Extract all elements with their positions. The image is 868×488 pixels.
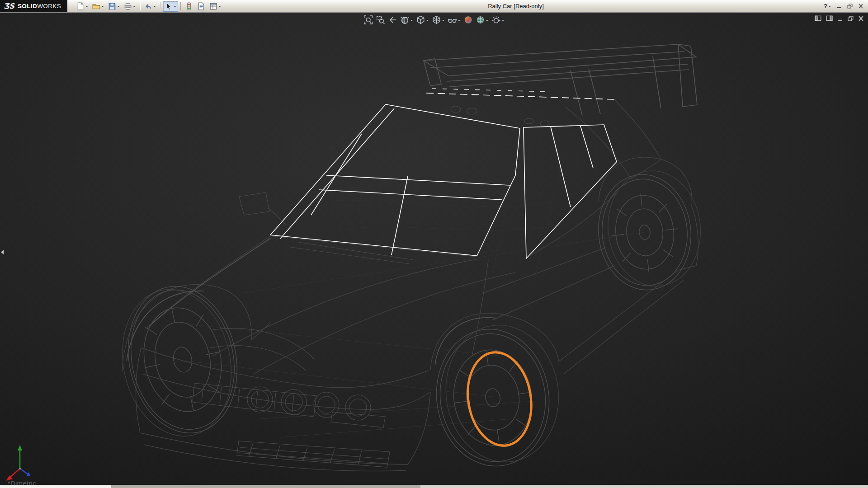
new-document-icon (76, 2, 85, 10)
minimize-button[interactable] (836, 2, 842, 10)
chevron-down-icon[interactable] (133, 6, 136, 9)
sheet-options-icon (209, 2, 217, 10)
hide-show-glasses-icon (448, 15, 457, 24)
chevron-down-icon[interactable] (442, 20, 445, 23)
help-button[interactable]: ? (824, 3, 831, 9)
open-button[interactable] (90, 1, 106, 12)
sheet-options-button[interactable] (208, 1, 223, 12)
document-restore-icon (848, 16, 854, 21)
document-minimize-button[interactable] (837, 16, 843, 21)
brand-name: SOLIDWORKS (18, 3, 61, 9)
display-style-icon (432, 15, 441, 24)
view-settings-button[interactable] (491, 14, 505, 25)
view-orientation-cube-icon (416, 15, 425, 24)
select-cursor-icon (165, 2, 173, 10)
minimize-icon (836, 4, 842, 9)
edit-appearance-ball-icon (464, 15, 473, 24)
chevron-down-icon[interactable] (85, 6, 88, 9)
restore-button[interactable] (847, 2, 853, 10)
graphics-area[interactable]: *Dimetric (0, 13, 868, 485)
close-icon (858, 4, 863, 9)
rebuild-traffic-light-icon (185, 2, 193, 10)
main-toolbar (75, 1, 223, 12)
brand-name-works: WORKS (37, 3, 61, 9)
zoom-to-fit-button[interactable] (363, 14, 374, 25)
pane-right-button[interactable] (826, 15, 833, 21)
view-orientation-button[interactable] (415, 14, 430, 25)
chevron-down-icon[interactable] (828, 6, 831, 9)
viewport-background[interactable] (0, 13, 868, 485)
section-view-icon (401, 15, 410, 24)
edit-appearance-button[interactable] (463, 14, 474, 25)
heads-up-view-toolbar (363, 14, 505, 25)
toolbar-separator (180, 2, 181, 10)
chevron-left-icon (0, 249, 5, 255)
brand-name-solid: SOLID (18, 3, 37, 9)
chevron-down-icon[interactable] (174, 6, 176, 9)
file-properties-button[interactable] (195, 1, 207, 12)
window-controls: ? (824, 2, 868, 10)
document-minimize-icon (837, 16, 843, 21)
featuremanager-flyout-arrow[interactable] (0, 245, 5, 259)
previous-view-button[interactable] (387, 14, 398, 25)
status-bar-left-segment (0, 485, 111, 488)
select-button[interactable] (163, 1, 178, 12)
chevron-down-icon[interactable] (117, 6, 120, 9)
view-settings-icon (492, 15, 501, 24)
previous-view-icon (388, 15, 397, 24)
document-window-controls (815, 15, 864, 21)
print-button[interactable] (122, 1, 137, 12)
window-title: Rally Car [Read-only] (488, 0, 544, 13)
chevron-down-icon[interactable] (486, 20, 489, 23)
status-bar (0, 485, 868, 488)
new-document-button[interactable] (75, 1, 90, 12)
printer-icon (124, 2, 132, 10)
chevron-down-icon[interactable] (502, 20, 505, 23)
chevron-down-icon[interactable] (410, 20, 413, 23)
horizontal-scrollbar-thumb[interactable] (111, 485, 420, 488)
toolbar-separator (160, 2, 160, 10)
document-restore-button[interactable] (848, 16, 854, 21)
section-view-button[interactable] (400, 14, 414, 25)
open-folder-icon (92, 2, 100, 10)
zoom-to-fit-icon (364, 15, 373, 24)
close-button[interactable] (858, 2, 863, 10)
chevron-down-icon[interactable] (218, 6, 221, 9)
chevron-down-icon[interactable] (101, 6, 104, 9)
hide-show-items-button[interactable] (447, 14, 462, 25)
pane-left-button[interactable] (815, 15, 821, 21)
reference-triad[interactable] (2, 442, 42, 483)
rebuild-button[interactable] (183, 1, 195, 12)
restore-icon (847, 4, 853, 9)
chevron-down-icon[interactable] (426, 20, 429, 23)
save-button[interactable] (106, 1, 122, 12)
solidworks-logo: ƷS SOLIDWORKS (0, 0, 67, 12)
apply-scene-button[interactable] (475, 14, 490, 25)
display-style-button[interactable] (431, 14, 446, 25)
undo-arrow-icon (144, 2, 152, 10)
document-close-button[interactable] (858, 16, 864, 21)
undo-button[interactable] (142, 1, 158, 12)
title-bar: ƷS SOLIDWORKS (0, 0, 868, 13)
save-floppy-icon (108, 2, 116, 10)
file-properties-icon (197, 2, 205, 10)
dassault-3ds-logo-icon: ƷS (4, 2, 14, 10)
triad-y-axis[interactable] (18, 445, 22, 450)
car-wireframe-model[interactable] (0, 13, 868, 485)
chevron-down-icon[interactable] (458, 20, 461, 23)
chevron-down-icon[interactable] (153, 6, 156, 9)
pane-left-icon (815, 15, 821, 21)
document-close-icon (858, 16, 864, 21)
view-orientation-label: *Dimetric (8, 479, 36, 485)
zoom-to-area-button[interactable] (375, 14, 386, 25)
zoom-to-area-icon (376, 15, 385, 24)
apply-scene-globe-icon (476, 15, 485, 24)
toolbar-separator (140, 2, 140, 10)
pane-right-icon (826, 15, 833, 21)
help-glyph: ? (824, 3, 827, 9)
triad-z-axis[interactable] (26, 472, 31, 476)
